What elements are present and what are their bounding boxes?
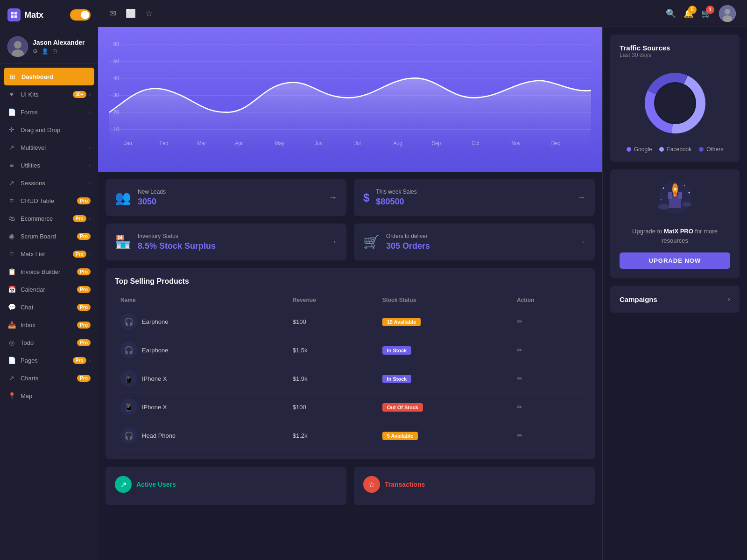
svg-text:30: 30 — [113, 92, 119, 98]
col-revenue: Revenue — [287, 293, 377, 308]
sidebar-item-dashboard[interactable]: ⊞ Dashboard — [4, 68, 94, 85]
multilevel-icon: ↗ — [7, 144, 16, 151]
svg-text:20: 20 — [113, 109, 119, 115]
edit-icon[interactable]: ✏ — [517, 375, 522, 382]
svg-point-1 — [14, 41, 21, 49]
upgrade-description: Upgrade to MatX PRO for more resources — [620, 227, 730, 245]
transactions-icon: ☆ — [363, 476, 380, 493]
content-main: 60 50 40 30 20 10 Jan Feb Mar Apr May Ju… — [98, 27, 602, 560]
arrow-right-icon: → — [577, 193, 585, 203]
sidebar-item-invoice[interactable]: 📋 Invoice Builder Pro — [0, 263, 98, 280]
sidebar-item-forms[interactable]: 📄 Forms › — [0, 103, 98, 121]
chevron-right-icon: › — [89, 163, 91, 168]
topbar: ✉ ⬜ ☆ 🔍 🔔 5 🛒 1 — [98, 0, 747, 27]
stat-card-orders: 🛒 Orders to deliver 305 Orders → — [354, 224, 595, 260]
legend-google: Google — [627, 146, 652, 153]
ui-kits-icon: ♥ — [7, 91, 16, 98]
sidebar-item-matx-list[interactable]: ≡ Matx List Pro › — [0, 245, 98, 263]
product-revenue: $100 — [287, 393, 377, 421]
svg-point-48 — [658, 204, 669, 210]
product-name: IPhone X — [142, 404, 167, 411]
notifications-button[interactable]: 🔔 5 — [684, 8, 694, 19]
svg-point-39 — [661, 199, 662, 200]
svg-rect-41 — [668, 192, 672, 199]
main-area: ✉ ⬜ ☆ 🔍 🔔 5 🛒 1 — [98, 0, 747, 560]
sidebar-item-ui-kits[interactable]: ♥ UI Kits 30+ › — [0, 85, 98, 103]
mail-icon[interactable]: ✉ — [109, 8, 116, 19]
col-action: Action — [511, 293, 585, 308]
stock-badge: 15 Available — [382, 318, 421, 326]
sidebar-item-scrum-board[interactable]: ◉ Scrum Board Pro — [0, 227, 98, 245]
svg-text:60: 60 — [113, 41, 119, 47]
sidebar-item-map[interactable]: 📍 Map — [0, 387, 98, 405]
svg-text:Oct: Oct — [472, 140, 479, 147]
upgrade-svg — [654, 179, 696, 216]
star-icon[interactable]: ☆ — [145, 8, 153, 19]
svg-point-4 — [725, 9, 730, 14]
sidebar-item-chat[interactable]: 💬 Chat Pro — [0, 298, 98, 316]
sidebar-item-utilities[interactable]: ≡ Utilities › — [0, 156, 98, 174]
svg-text:50: 50 — [113, 58, 119, 64]
logo-icon — [7, 8, 21, 21]
crud-icon: ≡ — [7, 197, 16, 204]
theme-toggle[interactable] — [70, 9, 91, 21]
svg-text:Jan: Jan — [124, 140, 132, 147]
sidebar-item-multilevel[interactable]: ↗ Multilevel › — [0, 139, 98, 156]
product-revenue: $100 — [287, 308, 377, 336]
settings-icon[interactable]: ⚙ — [33, 48, 38, 55]
user-actions: ⚙ 👤 ⊡ — [33, 48, 85, 55]
arrow-right-icon: → — [329, 237, 337, 247]
user-info: Jason Alexander ⚙ 👤 ⊡ — [33, 39, 85, 55]
stat-card-new-leads: 👥 New Leads 3050 → — [106, 179, 346, 216]
active-users-title: Active Users — [136, 481, 176, 488]
sidebar-item-charts[interactable]: ↗ Charts Pro — [0, 369, 98, 387]
stat-title: Orders to deliver — [386, 233, 430, 239]
product-name: Head Phone — [142, 432, 176, 439]
edit-icon[interactable]: ✏ — [517, 346, 522, 354]
cart-badge: 1 — [706, 6, 714, 14]
svg-text:May: May — [275, 140, 284, 147]
layout-icon[interactable]: ⊡ — [52, 48, 57, 55]
sidebar-item-inbox[interactable]: 📥 Inbox Pro — [0, 316, 98, 334]
svg-text:Feb: Feb — [160, 140, 169, 147]
sales-icon: $ — [363, 191, 369, 204]
sidebar-item-pages[interactable]: 📄 Pages Pro › — [0, 351, 98, 369]
cart-button[interactable]: 🛒 1 — [701, 8, 712, 19]
edit-icon[interactable]: ✏ — [517, 403, 522, 411]
chevron-right-icon: › — [89, 181, 91, 186]
stat-card-sales: $ This week Sales $80500 → — [354, 179, 595, 216]
profile-icon[interactable]: 👤 — [42, 48, 49, 55]
chevron-right-icon: › — [89, 145, 91, 150]
sidebar-nav: ⊞ Dashboard ♥ UI Kits 30+ › 📄 Forms › ✛ — [0, 64, 98, 560]
edit-icon[interactable]: ✏ — [517, 432, 522, 439]
col-name: Name — [115, 293, 287, 308]
sidebar-item-ecommerce[interactable]: 🛍 Ecommerce Pro › — [0, 210, 98, 227]
svg-point-34 — [655, 84, 695, 123]
user-avatar-topbar[interactable] — [719, 5, 736, 22]
campaigns-arrow-icon[interactable]: › — [728, 295, 730, 303]
legend-label: Others — [706, 146, 723, 153]
upgrade-button[interactable]: UPGRADE NOW — [620, 252, 730, 269]
sidebar-item-sessions[interactable]: ↗ Sessions › — [0, 174, 98, 192]
table-row: 📱 IPhone X $100 Out Of Stock ✏ — [115, 393, 585, 421]
sidebar-item-calendar[interactable]: 📅 Calendar Pro — [0, 280, 98, 298]
products-table-section: Top Selling Products Name Revenue Stock … — [106, 268, 595, 459]
donut-chart — [620, 66, 730, 140]
search-icon[interactable]: 🔍 — [666, 8, 676, 19]
sidebar-item-crud-table[interactable]: ≡ CRUD Table Pro — [0, 192, 98, 210]
content: 60 50 40 30 20 10 Jan Feb Mar Apr May Ju… — [98, 27, 747, 560]
sidebar-item-drag-drop[interactable]: ✛ Drag and Drop — [0, 121, 98, 139]
topbar-left: ✉ ⬜ ☆ — [109, 8, 153, 19]
chart-legend: Google Facebook Others — [620, 146, 730, 153]
window-icon[interactable]: ⬜ — [126, 8, 136, 19]
table-row: 🎧 Head Phone $1.2k 5 Available ✏ — [115, 421, 585, 450]
pages-icon: 📄 — [7, 357, 16, 364]
sidebar-item-todo[interactable]: ◎ Todo Pro — [0, 334, 98, 351]
edit-icon[interactable]: ✏ — [517, 318, 522, 325]
table-row: 🎧 Earphone $1.5k In Stock ✏ — [115, 336, 585, 364]
stock-badge: In Stock — [382, 375, 412, 383]
product-avatar: 📱 — [120, 370, 137, 387]
traffic-sources-card: Traffic Sources Last 30 days — [610, 35, 740, 162]
svg-text:10: 10 — [113, 126, 119, 133]
stat-value: 8.5% Stock Surplus — [138, 241, 216, 251]
